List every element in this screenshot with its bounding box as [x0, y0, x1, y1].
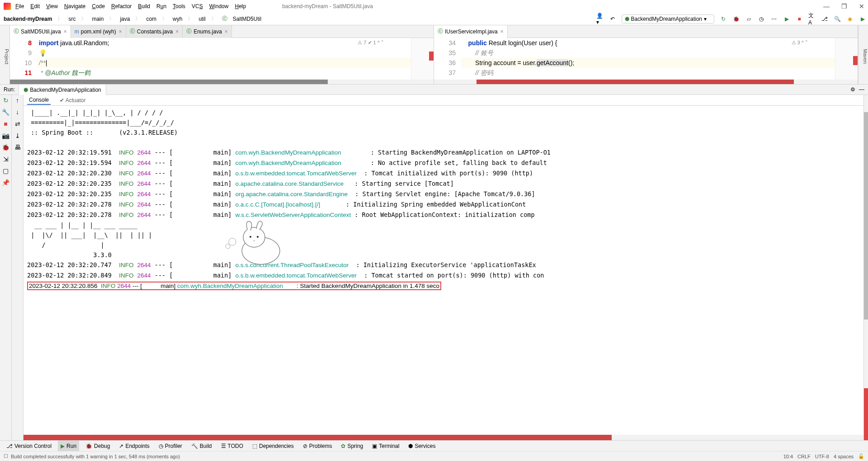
problems-button[interactable]: ⊘ Problems: [300, 441, 335, 452]
hscroll-right[interactable]: [434, 80, 858, 84]
breadcrumb[interactable]: backend-myDream〉 src〉 main〉 java〉 com〉 w…: [2, 14, 263, 24]
console-tab[interactable]: Console: [27, 96, 51, 105]
crumb[interactable]: backend-myDream: [2, 15, 54, 23]
debug-icon[interactable]: 🐞: [732, 15, 740, 23]
hscroll-console[interactable]: [24, 435, 863, 440]
play2-icon[interactable]: ▶: [859, 15, 866, 23]
crumb[interactable]: wyh: [171, 15, 184, 23]
minimap-right[interactable]: [835, 38, 858, 80]
code-area-right[interactable]: ⚠ 3 ^ ˅ public Result login(User user) {…: [461, 38, 835, 80]
up-icon[interactable]: ↑: [16, 97, 19, 104]
menu-view[interactable]: View: [46, 3, 58, 9]
tab-iuserserviceimpl[interactable]: ⓒIUserServiceImpl.java×: [434, 25, 508, 38]
menu-vcs[interactable]: VCS: [192, 3, 203, 9]
inspections-left[interactable]: ⚠ 7 ✔ 1 ^ ˅: [358, 40, 384, 46]
crumb[interactable]: src: [66, 15, 77, 23]
rerun-icon[interactable]: ↻: [3, 97, 9, 104]
console-wrap: Console ✔ Actuator |____| .__|_| |_|_| |…: [24, 95, 863, 440]
run-config-selector[interactable]: ⬢BackendMyDreamApplication▾: [622, 14, 714, 24]
gutter-line-numbers-right: 34 35 36 37 38: [434, 38, 461, 80]
ide-icon[interactable]: ◉: [846, 15, 854, 23]
maven-tool[interactable]: Maven: [863, 29, 868, 84]
crumb[interactable]: SaltMD5Util: [231, 15, 263, 23]
code-area-left[interactable]: ⚠ 7 ✔ 1 ^ ˅ import java.util.Random; 💡 /…: [37, 38, 411, 80]
crumb[interactable]: util: [197, 15, 207, 23]
hide-icon[interactable]: —: [859, 86, 864, 93]
run-icon[interactable]: ↻: [720, 15, 727, 23]
menu-window[interactable]: Window: [209, 3, 229, 9]
minimap-left[interactable]: [411, 38, 434, 80]
down-icon[interactable]: ↓: [16, 108, 19, 116]
crumb[interactable]: main: [90, 15, 105, 23]
search-icon[interactable]: 🔍: [834, 15, 841, 23]
indent[interactable]: 4 spaces: [834, 454, 854, 459]
spring-button[interactable]: ✿ Spring: [338, 441, 366, 452]
maximize-button[interactable]: ❐: [841, 3, 847, 10]
editor-right-body[interactable]: 34 35 36 37 38 ⚠ 3 ^ ˅ public Result log…: [434, 38, 858, 80]
todo-button[interactable]: ☰ TODO: [218, 441, 246, 452]
menu-code[interactable]: Code: [92, 3, 105, 9]
minimize-button[interactable]: —: [823, 3, 830, 10]
readonly-icon[interactable]: 🔓: [858, 453, 864, 459]
actuator-tab[interactable]: ✔ Actuator: [58, 96, 87, 104]
attach-icon[interactable]: ⋯: [770, 15, 778, 23]
menu-help[interactable]: Help: [235, 3, 246, 9]
left-gutter[interactable]: Project: [0, 25, 10, 84]
hscroll-left[interactable]: [10, 80, 434, 84]
menu-refactor[interactable]: Refactor: [111, 3, 132, 9]
gear-icon[interactable]: ⚙: [850, 86, 855, 93]
event-icon[interactable]: ☐: [4, 453, 8, 459]
line-sep[interactable]: CRLF: [797, 454, 811, 459]
crumb[interactable]: java: [118, 15, 132, 23]
caret-position[interactable]: 10:4: [783, 454, 793, 459]
close-button[interactable]: ✕: [859, 3, 864, 10]
menu-run[interactable]: Run: [156, 3, 166, 9]
stop-icon[interactable]: ■: [4, 120, 7, 127]
console-tabs: Console ✔ Actuator: [24, 95, 863, 106]
vscroll-console[interactable]: [863, 95, 868, 440]
debug-button[interactable]: 🐞 Debug: [83, 441, 113, 452]
exit-icon[interactable]: ⇲: [3, 155, 9, 163]
tab-saltmd5util[interactable]: ⓒSaltMD5Util.java×: [10, 25, 71, 38]
terminal-button[interactable]: ▣ Terminal: [369, 441, 402, 452]
endpoints-button[interactable]: ↗ Endpoints: [116, 441, 152, 452]
project-tool[interactable]: Project: [4, 29, 9, 84]
back-icon[interactable]: ↶: [609, 15, 616, 23]
run-tab[interactable]: ⬢BackendMyDreamApplication: [19, 84, 106, 95]
translate-icon[interactable]: 文A: [808, 15, 816, 23]
pin-icon[interactable]: 📌: [2, 179, 9, 186]
right-gutter[interactable]: Maven: [858, 25, 868, 84]
play-icon[interactable]: ▶: [783, 15, 790, 23]
profile-icon[interactable]: ◷: [758, 15, 765, 23]
scroll-icon[interactable]: ⤓: [15, 132, 20, 139]
tab-enums[interactable]: ⓒEnums.java×: [183, 25, 232, 38]
camera-icon[interactable]: 📷: [2, 132, 9, 139]
git-icon[interactable]: ⎇: [821, 15, 828, 23]
menu-tools[interactable]: Tools: [173, 3, 185, 9]
profiler-button[interactable]: ◷ Profiler: [156, 441, 185, 452]
layout-icon[interactable]: ▢: [3, 167, 9, 174]
user-icon[interactable]: 👤▾: [596, 15, 604, 23]
menu-navigate[interactable]: Navigate: [64, 3, 85, 9]
print-icon[interactable]: 🖶: [14, 144, 21, 151]
crumb[interactable]: com: [144, 15, 158, 23]
menu-edit[interactable]: Edit: [30, 3, 40, 9]
stop-icon[interactable]: ■: [796, 15, 803, 23]
deps-button[interactable]: ⬚ Dependencies: [250, 441, 297, 452]
wrench-icon[interactable]: 🔧: [2, 108, 9, 116]
tab-pom[interactable]: mpom.xml (wyh)×: [71, 25, 126, 38]
bug-icon[interactable]: 🐞: [2, 144, 9, 151]
vc-button[interactable]: ⎇ Version Control: [4, 441, 54, 452]
console-output[interactable]: |____| .__|_| |_|_| |_\__, | / / / / ===…: [24, 106, 863, 435]
inspections-right[interactable]: ⚠ 3 ^ ˅: [792, 40, 808, 46]
tab-constants[interactable]: ⓒConstants.java×: [126, 25, 183, 38]
encoding[interactable]: UTF-8: [815, 454, 829, 459]
softwrap-icon[interactable]: ⇄: [15, 120, 20, 127]
menu-build[interactable]: Build: [138, 3, 150, 9]
run-button[interactable]: ▶ Run: [58, 441, 79, 452]
menu-file[interactable]: File: [15, 3, 24, 9]
build-button[interactable]: 🔨 Build: [189, 441, 215, 452]
services-button[interactable]: ⬢ Services: [406, 441, 438, 452]
coverage-icon[interactable]: ▱: [745, 15, 752, 23]
editor-left-body[interactable]: 8 9 10 11 12 ⚠ 7 ✔ 1 ^ ˅ import java.uti…: [10, 38, 434, 80]
